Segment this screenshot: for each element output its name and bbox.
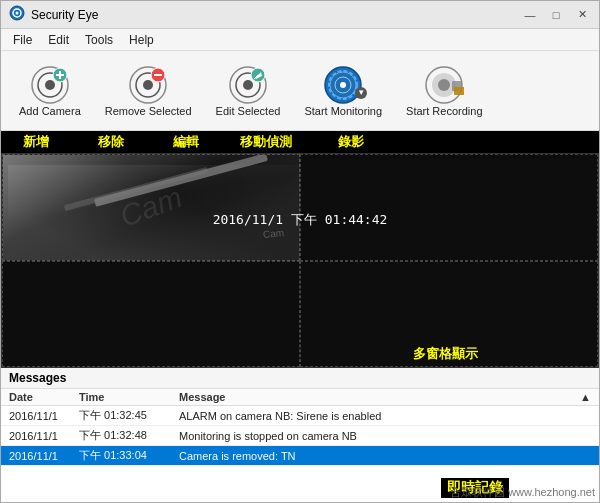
svg-point-5: [45, 80, 55, 90]
close-button[interactable]: ✕: [573, 7, 591, 23]
table-row[interactable]: 2016/11/1下午 01:32:45ALARM on camera NB: …: [1, 406, 599, 426]
app-icon: [9, 5, 25, 24]
menu-edit[interactable]: Edit: [40, 31, 77, 49]
titlebar-left: Security Eye: [9, 5, 98, 24]
remove-selected-button[interactable]: Remove Selected: [97, 61, 200, 121]
watermark-url: www.hezhong.net: [508, 486, 595, 498]
row-message: ALARM on camera NB: Sirene is enabled: [171, 406, 599, 426]
camera-grid: Cam 2016/11/1 下午 01:44:42 多窗格顯示: [1, 153, 599, 368]
camera-cell-3[interactable]: [2, 261, 300, 368]
remove-selected-label: Remove Selected: [105, 105, 192, 117]
svg-point-26: [438, 79, 450, 91]
svg-point-11: [143, 80, 153, 90]
chinese-labels-bar: 新增 移除 編輯 移動偵測 錄影: [1, 131, 599, 153]
toolbar: Add Camera Remove Selected Ed: [1, 51, 599, 131]
start-recording-label: Start Recording: [406, 105, 482, 117]
col-date: Date: [1, 389, 71, 406]
table-row[interactable]: 2016/11/1下午 01:32:48Monitoring is stoppe…: [1, 426, 599, 446]
row-time: 下午 01:32:45: [71, 406, 171, 426]
app-window: Security Eye — □ ✕ File Edit Tools Help …: [0, 0, 600, 503]
messages-section: Messages Date Time Message ▲ 2016/11/1下午…: [1, 368, 599, 502]
start-recording-icon: [424, 65, 464, 105]
maximize-button[interactable]: □: [547, 7, 565, 23]
menu-file[interactable]: File: [5, 31, 40, 49]
row-date: 2016/11/1: [1, 406, 71, 426]
cn-remove: 移除: [71, 133, 151, 151]
messages-header: Messages: [1, 368, 599, 389]
add-camera-icon: [30, 65, 70, 105]
camera-cell-1[interactable]: Cam: [2, 154, 300, 261]
menubar: File Edit Tools Help: [1, 29, 599, 51]
start-recording-button[interactable]: Start Recording: [398, 61, 490, 121]
titlebar: Security Eye — □ ✕: [1, 1, 599, 29]
table-row[interactable]: 2016/11/1下午 01:33:04Camera is removed: T…: [1, 446, 599, 466]
edit-selected-icon: [228, 65, 268, 105]
add-camera-label: Add Camera: [19, 105, 81, 117]
svg-rect-28: [454, 87, 464, 95]
watermark-cn: 合眾软件园: [450, 486, 505, 498]
cn-motion: 移動偵測: [221, 133, 311, 151]
menu-help[interactable]: Help: [121, 31, 162, 49]
menu-tools[interactable]: Tools: [77, 31, 121, 49]
start-monitoring-icon: [323, 65, 363, 105]
col-time: Time: [71, 389, 171, 406]
row-time: 下午 01:32:48: [71, 426, 171, 446]
cn-record: 錄影: [311, 133, 391, 151]
add-camera-button[interactable]: Add Camera: [11, 61, 89, 121]
row-time: 下午 01:33:04: [71, 446, 171, 466]
start-monitoring-label: Start Monitoring: [304, 105, 382, 117]
messages-table: Date Time Message ▲ 2016/11/1下午 01:32:45…: [1, 389, 599, 466]
cn-edit: 編輯: [151, 133, 221, 151]
minimize-button[interactable]: —: [521, 7, 539, 23]
cn-add: 新增: [1, 133, 71, 151]
camera-cell-2[interactable]: [300, 154, 598, 261]
row-date: 2016/11/1: [1, 426, 71, 446]
edit-selected-label: Edit Selected: [216, 105, 281, 117]
start-monitoring-button[interactable]: ▼ Start Monitoring: [296, 61, 390, 121]
svg-point-16: [243, 80, 253, 90]
row-message: Monitoring is stopped on camera NB: [171, 426, 599, 446]
col-message: Message ▲: [171, 389, 599, 406]
multi-window-label: 多窗格顯示: [413, 345, 478, 363]
watermark: 合眾软件园 www.hezhong.net: [450, 485, 595, 500]
titlebar-controls: — □ ✕: [521, 7, 591, 23]
row-date: 2016/11/1: [1, 446, 71, 466]
svg-point-22: [340, 82, 346, 88]
svg-point-2: [16, 12, 19, 15]
remove-selected-icon: [128, 65, 168, 105]
camera-feed-1: Cam: [3, 155, 299, 260]
sort-icon[interactable]: ▲: [580, 391, 591, 403]
edit-selected-button[interactable]: Edit Selected: [208, 61, 289, 121]
app-title: Security Eye: [31, 8, 98, 22]
row-message: Camera is removed: TN: [171, 446, 599, 466]
